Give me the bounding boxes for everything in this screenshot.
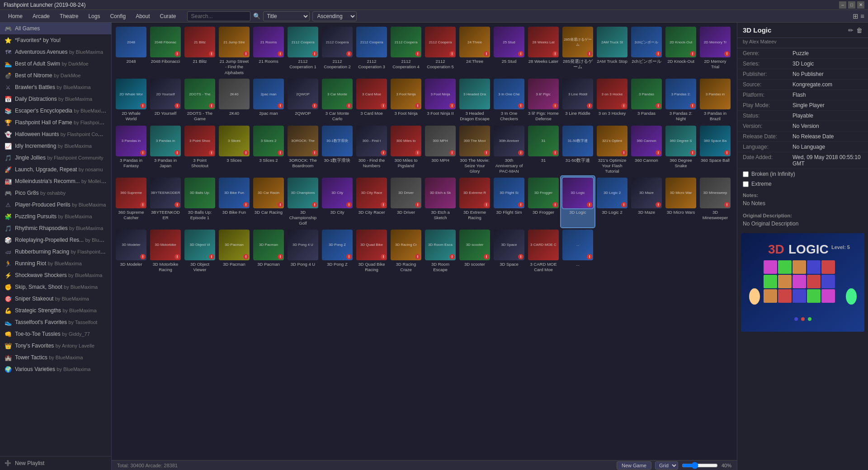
search-input[interactable] [187,11,250,21]
menu-logs[interactable]: Logs [84,12,104,21]
edit-button[interactable]: ✏ [848,27,854,34]
game-tile[interactable]: 3D Racing Cr ! 3D Racing Craze [389,228,423,274]
game-tile[interactable]: 3D Car Racin ! 3D Car Racing [252,176,285,227]
game-tile[interactable]: 300 MPH ! 300 MPH [424,124,457,175]
game-tile[interactable]: 300 Miles to ! 300 Miles to Pigsland [389,124,423,175]
sidebar-item-23[interactable]: 💪 Strategic Strengths by BlueMaxima [0,305,111,316]
sidebar-item-20[interactable]: ⚡ Shockwave Shockers by BlueMaxima [0,269,111,281]
game-tile[interactable]: 2112 Coopera ! 2112 Cooperation 1 [286,25,320,76]
game-tile[interactable]: 25 Stud ! 25 Stud [492,25,526,76]
sort-select[interactable]: Title Genre Publisher Release Date Date … [263,11,310,21]
game-tile[interactable]: 3D Etch a Sk ! 3D Etch a Sketch [424,176,457,227]
sidebar-item-25[interactable]: 👊 Toe-to-Toe Tussles by Giddy_77 [0,328,111,340]
game-tile[interactable]: 2048 ! 2048 [114,25,148,76]
sidebar-item-28[interactable]: 🌍 Various Varieties by BlueMaxima [0,363,111,375]
game-tile[interactable]: 2AM Truck St ! 2AM Truck Stop [595,25,629,76]
game-tile[interactable]: 3D City Race ! 3D City Racer [355,176,388,227]
game-tile[interactable]: 3 Slices 2 ! 3 Slices 2 [252,124,285,175]
game-tile[interactable]: 2112 Coopera ! 2112 Cooperation 4 [389,25,423,76]
game-tile[interactable]: 21 Rooms ! 21 Rooms [252,25,285,76]
sidebar-item-0[interactable]: ⭐ *Favorites* by You! [0,34,111,46]
view-toggle-2[interactable]: ≡ [860,12,864,20]
game-tile[interactable]: 30-1数字滑块 ! 30-1数字滑块 [321,124,354,175]
game-tile[interactable]: 3D Logic ! 3D Logic [561,176,594,227]
sidebar-item-7[interactable]: 🏆 Flashpoint Hall of Fame by Flashpoint … [0,117,111,128]
game-tile[interactable]: 2112 Coopera ! 2112 Cooperation 5 [424,25,457,76]
game-tile[interactable]: 3D Balls Up: ! 3D Balls Up: Episode 1 [183,176,217,227]
game-tile[interactable]: 3D Extreme R ! 3D Extreme Racing [458,176,491,227]
game-tile[interactable]: 3D Bike Fun ! 3D Bike Fun [217,176,251,227]
menu-arcade[interactable]: Arcade [28,12,54,21]
game-tile[interactable]: 3OROCK: The ! 3OROCK: The Boardroom [286,124,320,175]
game-tile[interactable]: 3 Foot Ninja ! 3 Foot Ninja II [424,77,457,123]
game-tile[interactable]: 3 Headed Dra ! 3 Headed Dragon Escape [458,77,491,123]
sidebar-item-13[interactable]: 🎮 Pico Gr8s by oshabby [0,187,111,199]
sidebar-item-2[interactable]: 🏊 Best of Adult Swim by DarkMoe [0,58,111,70]
game-tile[interactable]: 3 Line Riddl ! 3 Line Riddle [561,77,594,123]
close-btn[interactable]: ✕ [857,1,864,9]
game-tile[interactable]: 2D Yourself ! 2D Yourself [149,77,182,123]
game-tile[interactable]: 2112 Coopera ! 2112 Cooperation 2 [321,25,354,76]
extreme-checkbox[interactable] [743,181,749,187]
game-tile[interactable]: 3D scooter ! 3D scooter [458,228,491,274]
game-tile[interactable]: 2D Whale Wor ! 2D Whale World [114,77,148,123]
game-tile[interactable]: 3BYTEENKODER ! 3BYTEENKODER [149,176,182,227]
sidebar-item-1[interactable]: 🗺 Adventurous Avenues by BlueMaxima [0,46,111,58]
game-tile[interactable]: 300 - Find t ! 300 - Find the Numbers [355,124,388,175]
game-tile[interactable]: 2D Memory Tr ! 2D Memory Trial [698,25,732,76]
sidebar-item-10[interactable]: 🎵 Jingle Jollies by Flashpoint Community [0,152,111,164]
game-tile[interactable]: 3 Pandas 2: ! 3 Pandas 2: Night [664,77,698,123]
game-tile[interactable]: 285発選けるゲーム ! 285発選けるゲーム [561,25,594,76]
sidebar-item-5[interactable]: 📅 Daily Distractions by BlueMaxima [0,93,111,105]
game-tile[interactable]: 2112 Coopera ! 2112 Cooperation 3 [355,25,388,76]
sidebar-item-24[interactable]: 👟 Tasselfoot's Favorites by Tasselfoot [0,316,111,328]
broken-checkbox[interactable] [743,171,749,177]
game-tile[interactable]: 360 Degree S ! 360 Degree Snake [664,124,698,175]
game-tile[interactable]: 3D Flight Si ! 3D Flight Sim [492,176,526,227]
menu-config[interactable]: Config [105,12,130,21]
sidebar-item-17[interactable]: 🎲 Roleplaying-Propelled Res... by BlueMa… [0,234,111,246]
game-tile[interactable]: 31-50数字連 ! 31-50数字連 [561,124,594,175]
game-tile[interactable]: 21 Jump Stre ! 21 Jump Street - Find the… [217,25,251,76]
game-tile[interactable]: 24:Three ! 24:Three [458,25,491,76]
game-tile[interactable]: 3D Space ! 3D Space [492,228,526,274]
game-tile[interactable]: 3 lil' Pigs: ! 3 lil' Pigs: Home Defense [527,77,560,123]
game-tile[interactable]: 3 Pandas in ! 3 Pandas in Fantasy [114,124,148,175]
game-tile[interactable]: 3 Pandas in ! 3 Pandas in Japan [149,124,182,175]
game-tile[interactable]: 3D Minesweep ! 3D Minesweeper [698,176,732,227]
game-tile[interactable]: 3 Car Monte ! 3 Car Monte Carlo [321,77,354,123]
game-tile[interactable]: 30th Anniver ! 30th Anniversary of PAC-M… [492,124,526,175]
game-tile[interactable]: 28 Weeks Lat ! 28 Weeks Later [527,25,560,76]
sidebar-item-16[interactable]: 🎵 Rhythmic Rhapsodies by BlueMaxima [0,222,111,234]
game-tile[interactable]: 21 Blitz ! 21 Blitz [183,25,217,76]
new-playlist-button[interactable]: ➕ New Playlist [0,456,111,470]
zoom-slider[interactable] [682,462,718,469]
game-tile[interactable]: 31 ! 31 [527,124,560,175]
game-tile[interactable]: ... ! ... [561,228,594,274]
game-tile[interactable]: 3D Pong 4 U ! 3D Pong 4 U [286,228,320,274]
game-tile[interactable]: 3D Pacman ! 3D Pacman [252,228,285,274]
game-tile[interactable]: 2048 Fibonac ! 2048 Fibonacci [149,25,182,76]
game-tile[interactable]: 3D Maze ! 3D Maze [630,176,663,227]
sidebar-item-22[interactable]: 🎯 Sniper Stakeout by BlueMaxima [0,293,111,305]
game-tile[interactable]: 3 CARD MOE C ! 3 CARD MOE Card Moe [527,228,560,274]
game-tile[interactable]: 3 In One Che ! 3 In One Checkers [492,77,526,123]
game-tile[interactable]: 2DOTS - The ! 2DOTS - The Game [183,77,217,123]
game-tile[interactable]: 3D Modeler ! 3D Modeler [114,228,148,274]
game-tile[interactable]: 3 on 3 Hocke ! 3 on 3 Hockey [595,77,629,123]
game-tile[interactable]: 3D Logic 2 ! 3D Logic 2 [595,176,629,227]
game-tile[interactable]: 360 Space Ba ! 360 Space Ball [698,124,732,175]
games-grid-container[interactable]: 2048 ! 2048 2048 Fibonac ! 2048 Fibonacc… [112,23,737,460]
game-tile[interactable]: 2K40 ! 2K40 [217,77,251,123]
sidebar-item-3[interactable]: 💣 Best of Nitrome by DarkMoe [0,70,111,81]
view-toggle-1[interactable]: ⊞ [853,12,859,20]
menu-about[interactable]: About [131,12,154,21]
game-tile[interactable]: 3 Pandas ! 3 Pandas [630,77,663,123]
sidebar-item-9[interactable]: 📈 Idly Incrementing by BlueMaxima [0,140,111,152]
sidebar-item-14[interactable]: ⚠ Player-Produced Perils by BlueMaxima [0,199,111,211]
game-tile[interactable]: 3D Pong Z ! 3D Pong Z [321,228,354,274]
sort-order-select[interactable]: Ascending Descending [312,11,357,21]
game-tile[interactable]: 3D Driver ! 3D Driver [389,176,423,227]
maximize-btn[interactable]: □ [848,1,855,9]
game-tile[interactable]: 321's Optimi ! 321's Optimize Your Flash… [595,124,629,175]
